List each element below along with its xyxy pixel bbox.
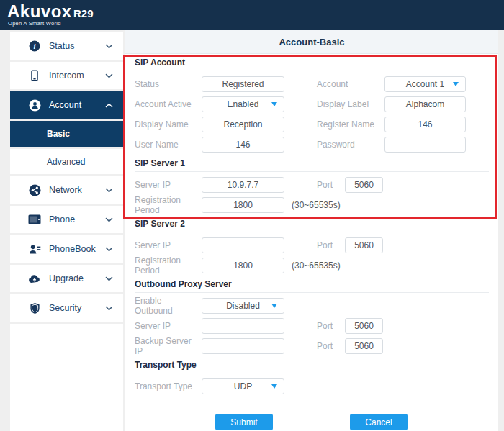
section-transport-type: Transport Type Transport Type UDP bbox=[135, 360, 489, 396]
field-label: Password bbox=[317, 140, 384, 150]
sidebar-item-network[interactable]: Network bbox=[10, 176, 123, 204]
section-title: Transport Type bbox=[135, 360, 489, 370]
field-label: Server IP bbox=[135, 240, 202, 250]
account-active-select[interactable]: Enabled bbox=[202, 96, 284, 112]
app-header: Akuvox Open A Smart World R29 bbox=[0, 0, 504, 30]
field-label: Server IP bbox=[135, 321, 202, 331]
field-label: Register Name bbox=[317, 119, 384, 130]
brand-tagline: Open A Smart World bbox=[8, 20, 61, 27]
sidebar-item-account-basic[interactable]: Basic bbox=[10, 121, 123, 147]
form-row-transport-type: Transport Type UDP bbox=[135, 376, 489, 396]
section-divider bbox=[135, 232, 489, 232]
form-row-enable-outbound: Enable Outbound Disabled bbox=[135, 296, 489, 316]
account-icon bbox=[27, 99, 42, 112]
section-divider bbox=[135, 373, 489, 373]
field-label: Account Active bbox=[135, 99, 202, 109]
server1-ip-field[interactable] bbox=[202, 177, 284, 193]
user-name-field[interactable] bbox=[202, 137, 284, 153]
field-label: Display Label bbox=[317, 99, 384, 109]
sidebar-subitem-label: Basic bbox=[47, 129, 70, 139]
sidebar-item-security[interactable]: Security bbox=[10, 294, 123, 322]
field-label: Display Name bbox=[135, 119, 202, 130]
main-content: Account-Basic SIP Account Status Account… bbox=[125, 30, 498, 431]
chevron-up-icon bbox=[105, 100, 113, 110]
display-name-field[interactable] bbox=[202, 117, 284, 132]
password-field[interactable] bbox=[384, 137, 466, 153]
chevron-down-icon bbox=[105, 244, 113, 254]
section-outbound-proxy: Outbound Proxy Server Enable Outbound Di… bbox=[135, 280, 489, 356]
sidebar-item-account[interactable]: Account bbox=[10, 91, 123, 119]
field-label: Port bbox=[317, 240, 345, 250]
upgrade-cloud-icon bbox=[27, 274, 42, 283]
field-label: Server IP bbox=[135, 180, 202, 190]
field-label: Port bbox=[317, 180, 345, 190]
section-title: SIP Account bbox=[135, 58, 489, 68]
display-label-field[interactable] bbox=[384, 96, 466, 112]
dropdown-caret-icon bbox=[271, 102, 277, 106]
svg-text:i: i bbox=[34, 42, 36, 50]
range-hint: (30~65535s) bbox=[292, 200, 341, 210]
sidebar-item-label: Upgrade bbox=[49, 273, 105, 283]
transport-type-select[interactable]: UDP bbox=[202, 378, 284, 394]
form-row-server1-ip-port: Server IP Port bbox=[135, 175, 489, 195]
form-row-server2-ip-port: Server IP Port bbox=[135, 235, 489, 255]
chevron-down-icon bbox=[105, 303, 113, 313]
section-title: SIP Server 2 bbox=[135, 219, 489, 229]
register-name-field[interactable] bbox=[384, 117, 466, 132]
form-row-displayname-registername: Display Name Register Name bbox=[135, 114, 489, 135]
outbound-server-ip-field[interactable] bbox=[202, 318, 284, 334]
field-label: Backup Server IP bbox=[135, 336, 202, 356]
dropdown-caret-icon bbox=[453, 82, 459, 86]
sidebar-item-label: Phone bbox=[49, 214, 105, 224]
chevron-down-icon bbox=[105, 214, 113, 224]
field-label: User Name bbox=[135, 140, 202, 150]
status-field[interactable] bbox=[202, 76, 284, 92]
server2-regperiod-field[interactable] bbox=[202, 258, 284, 273]
field-label: Registration Period bbox=[135, 255, 202, 276]
form-row-active-displaylabel: Account Active Enabled Display Label bbox=[135, 94, 489, 114]
account-select[interactable]: Account 1 bbox=[384, 76, 466, 92]
section-divider bbox=[135, 292, 489, 293]
sidebar-item-status[interactable]: i Status bbox=[10, 32, 123, 60]
form-row-server1-regperiod: Registration Period (30~65535s) bbox=[135, 195, 489, 215]
enable-outbound-select[interactable]: Disabled bbox=[202, 298, 284, 314]
field-label: Transport Type bbox=[135, 381, 202, 391]
cancel-button[interactable]: Cancel bbox=[350, 414, 408, 430]
form-row-outbound-ip-port: Server IP Port bbox=[135, 316, 489, 336]
server2-ip-field[interactable] bbox=[202, 237, 284, 253]
section-divider bbox=[135, 171, 489, 172]
server2-port-field[interactable] bbox=[345, 237, 383, 253]
intercom-icon bbox=[27, 70, 42, 81]
section-sip-account: SIP Account Status Account Account 1 Acc… bbox=[135, 58, 489, 155]
server1-port-field[interactable] bbox=[345, 177, 383, 193]
section-sip-server-2: SIP Server 2 Server IP Port Registration… bbox=[135, 219, 489, 276]
dropdown-caret-icon bbox=[271, 384, 277, 389]
device-model: R29 bbox=[73, 7, 94, 19]
sidebar-item-label: Intercom bbox=[49, 71, 105, 81]
page-title: Account-Basic bbox=[125, 30, 498, 54]
phonebook-icon bbox=[27, 244, 42, 255]
sidebar-item-label: Security bbox=[49, 303, 105, 313]
backup-server-ip-field[interactable] bbox=[202, 338, 284, 354]
sidebar-item-phone[interactable]: Phone bbox=[10, 206, 123, 233]
section-title: Outbound Proxy Server bbox=[135, 280, 489, 289]
field-label: Registration Period bbox=[135, 195, 202, 215]
sidebar-item-phonebook[interactable]: PhoneBook bbox=[10, 235, 123, 263]
sidebar-item-intercom[interactable]: Intercom bbox=[10, 62, 123, 89]
field-label: Enable Outbound bbox=[135, 296, 202, 316]
form-row-status-account: Status Account Account 1 bbox=[135, 74, 489, 94]
sidebar-item-account-advanced[interactable]: Advanced bbox=[10, 149, 123, 174]
chevron-down-icon bbox=[105, 41, 113, 51]
server1-regperiod-field[interactable] bbox=[202, 197, 284, 213]
chevron-down-icon bbox=[105, 71, 113, 81]
sidebar: i Status Intercom Account Basic Advanced… bbox=[10, 32, 123, 431]
sidebar-item-upgrade[interactable]: Upgrade bbox=[10, 265, 123, 292]
field-label: Status bbox=[135, 79, 202, 89]
form-row-backup-ip-port: Backup Server IP Port bbox=[135, 336, 489, 356]
outbound-port-field[interactable] bbox=[345, 318, 383, 334]
sidebar-item-label: Account bbox=[49, 100, 105, 110]
submit-button[interactable]: Submit bbox=[215, 414, 273, 430]
backup-port-field[interactable] bbox=[345, 338, 383, 354]
sidebar-item-label: Status bbox=[49, 41, 105, 51]
shield-icon bbox=[27, 302, 42, 314]
